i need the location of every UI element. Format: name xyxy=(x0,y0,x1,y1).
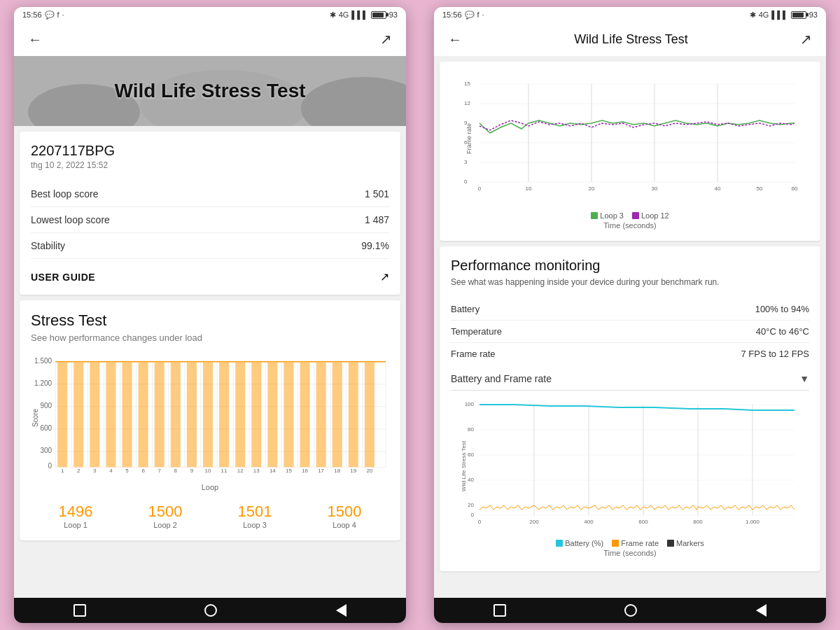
svg-text:12: 12 xyxy=(237,468,244,474)
svg-text:60: 60 xyxy=(468,451,474,458)
top-bar-left: ← ↗ xyxy=(14,22,406,56)
stability-value: 99.1% xyxy=(361,240,389,251)
svg-text:8: 8 xyxy=(174,468,178,474)
nav-square-left[interactable] xyxy=(74,604,86,617)
svg-text:20: 20 xyxy=(468,502,474,508)
hero-title-left: Wild Life Stress Test xyxy=(114,80,305,102)
loop-score-num-1: 1496 xyxy=(59,503,93,521)
svg-rect-47 xyxy=(251,363,261,468)
battery-level-left: 93 xyxy=(389,10,398,19)
svg-text:40: 40 xyxy=(468,477,474,483)
bluetooth-icon: ✱ xyxy=(330,10,336,20)
battery-icon-right xyxy=(791,11,806,19)
left-phone: 15:56 💬 f · ✱ 4G ▌▌▌ 93 ← ↗ Wild Life St… xyxy=(14,7,406,623)
svg-text:12: 12 xyxy=(464,100,470,106)
battery-icon-left xyxy=(371,11,386,19)
svg-text:1.200: 1.200 xyxy=(34,379,52,387)
svg-text:0: 0 xyxy=(478,519,482,525)
best-score-row: Best loop score 1 501 xyxy=(31,181,389,207)
share-button-right[interactable]: ↗ xyxy=(797,28,815,50)
svg-text:19: 19 xyxy=(350,468,356,474)
battery-color xyxy=(556,540,563,547)
content-left[interactable]: 2207117BPG thg 10 2, 2022 15:52 Best loo… xyxy=(14,126,406,598)
dropdown-row[interactable]: Battery and Frame rate ▼ xyxy=(451,373,809,391)
svg-text:15: 15 xyxy=(286,468,292,474)
svg-text:800: 800 xyxy=(693,519,703,525)
svg-text:20: 20 xyxy=(366,468,372,474)
svg-text:50: 50 xyxy=(757,186,763,192)
battery-legend-label: Battery (%) xyxy=(565,539,603,547)
frame-rate-legend-label: Frame rate xyxy=(621,539,659,547)
nav-circle-right[interactable] xyxy=(624,604,637,617)
back-button-right[interactable]: ← xyxy=(445,29,465,50)
loop-score-label-1: Loop 1 xyxy=(59,521,93,529)
dot-icon: · xyxy=(62,10,64,19)
top-bar-right: ← Wild Life Stress Test ↗ xyxy=(434,22,826,56)
svg-text:600: 600 xyxy=(638,519,648,525)
svg-rect-50 xyxy=(300,363,310,468)
svg-text:1: 1 xyxy=(61,468,64,474)
battery-chart-x-label: Time (seconds) xyxy=(451,549,809,557)
loop-score-num-3: 1501 xyxy=(238,503,272,521)
device-id: 2207117BPG xyxy=(31,143,389,159)
signal-bars-left: ▌▌▌ xyxy=(351,10,368,19)
messenger-icon: 💬 xyxy=(45,10,55,20)
svg-rect-40 xyxy=(139,363,148,468)
frame-rate-color xyxy=(612,540,619,547)
svg-text:100: 100 xyxy=(465,401,475,407)
svg-rect-49 xyxy=(284,363,293,468)
svg-text:10: 10 xyxy=(526,186,532,192)
nav-circle-left[interactable] xyxy=(204,604,217,617)
user-guide-label: USER GUIDE xyxy=(31,272,95,283)
temperature-label: Temperature xyxy=(451,326,502,337)
svg-text:900: 900 xyxy=(40,402,52,410)
svg-rect-43 xyxy=(187,363,197,468)
loop12-color xyxy=(632,212,639,219)
back-button-left[interactable]: ← xyxy=(25,29,45,50)
nav-bar-right xyxy=(434,598,826,623)
share-icon-guide[interactable]: ↗ xyxy=(380,270,389,284)
battery-value: 100% to 94% xyxy=(755,304,809,314)
battery-frame-chart: 100 80 60 40 20 0 Wild Life Stress Test xyxy=(451,396,809,536)
svg-text:1.500: 1.500 xyxy=(34,357,52,365)
user-guide-row[interactable]: USER GUIDE ↗ xyxy=(31,262,389,284)
frame-rate-label: Frame rate xyxy=(451,349,496,359)
stability-label: Stability xyxy=(31,240,65,251)
svg-rect-45 xyxy=(219,363,229,468)
svg-rect-54 xyxy=(365,363,374,468)
share-button-header-left[interactable]: ↗ xyxy=(377,28,395,50)
battery-level-right: 93 xyxy=(809,10,818,19)
loop-score-num-2: 1500 xyxy=(148,503,183,521)
svg-rect-35 xyxy=(57,363,67,468)
lowest-score-row: Lowest loop score 1 487 xyxy=(31,207,389,233)
loop3-label: Loop 3 xyxy=(600,211,624,220)
svg-rect-51 xyxy=(316,363,326,468)
content-right[interactable]: 15 12 9 6 3 0 Frame rate xyxy=(434,56,826,598)
markers-color xyxy=(667,540,674,547)
fb-icon: f xyxy=(57,10,59,19)
frame-rate-value: 7 FPS to 12 FPS xyxy=(741,349,809,359)
svg-rect-38 xyxy=(106,363,115,468)
lowest-score-value: 1 487 xyxy=(365,214,389,225)
right-phone: 15:56 💬 f · ✱ 4G ▌▌▌ 93 ← Wild Life Stre… xyxy=(434,7,826,623)
legend-frame-rate: Frame rate xyxy=(612,539,659,547)
status-bar-right: 15:56 💬 f · ✱ 4G ▌▌▌ 93 xyxy=(434,7,826,22)
frame-rate-chart: 15 12 9 6 3 0 Frame rate xyxy=(451,76,809,209)
nav-back-left[interactable] xyxy=(336,604,346,617)
svg-text:200: 200 xyxy=(529,519,539,525)
nav-square-right[interactable] xyxy=(493,604,506,617)
svg-text:0: 0 xyxy=(478,186,482,192)
svg-text:600: 600 xyxy=(40,424,52,432)
svg-text:15: 15 xyxy=(464,80,470,87)
svg-text:400: 400 xyxy=(584,519,594,525)
svg-text:60: 60 xyxy=(792,186,798,192)
svg-text:16: 16 xyxy=(302,468,308,474)
svg-rect-36 xyxy=(74,363,83,468)
svg-rect-44 xyxy=(203,363,213,468)
loop-score-1: 1496 Loop 1 xyxy=(59,503,93,529)
nav-back-right[interactable] xyxy=(756,604,766,617)
svg-rect-53 xyxy=(349,363,358,468)
loop12-label: Loop 12 xyxy=(641,211,669,220)
performance-card: Performance monitoring See what was happ… xyxy=(440,246,820,571)
nav-bar-left xyxy=(14,598,406,623)
